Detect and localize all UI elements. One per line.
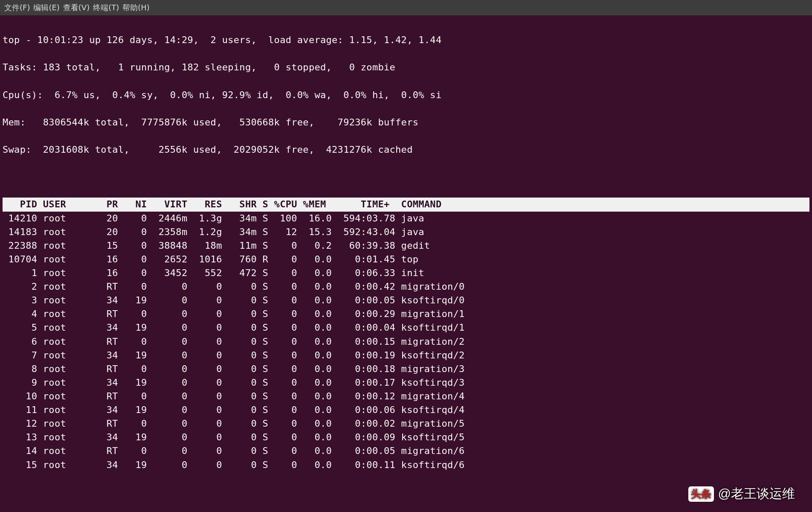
menu-help[interactable]: 帮助(H)	[122, 3, 150, 13]
process-row: 14210 root 20 0 2446m 1.3g 34m S 100 16.…	[3, 212, 809, 225]
process-row: 14183 root 20 0 2358m 1.2g 34m S 12 15.3…	[3, 225, 809, 239]
watermark-logo: 头条	[688, 486, 714, 502]
watermark-text: @老王谈运维	[718, 485, 795, 503]
process-row: 3 root 34 19 0 0 0 S 0 0.0 0:00.05 ksoft…	[3, 294, 809, 307]
process-row: 15 root 34 19 0 0 0 S 0 0.0 0:00.11 ksof…	[3, 458, 809, 472]
process-row: 9 root 34 19 0 0 0 S 0 0.0 0:00.17 ksoft…	[3, 376, 809, 390]
menu-bar: 文件(F) 编辑(E) 查看(V) 终端(T) 帮助(H)	[0, 0, 812, 15]
menu-terminal[interactable]: 终端(T)	[93, 3, 119, 13]
top-summary-swap: Swap: 2031608k total, 2556k used, 202905…	[3, 143, 809, 157]
menu-view[interactable]: 查看(V)	[63, 3, 90, 13]
process-row: 12 root RT 0 0 0 0 S 0 0.0 0:00.02 migra…	[3, 417, 809, 431]
process-row: 8 root RT 0 0 0 0 S 0 0.0 0:00.18 migrat…	[3, 362, 809, 376]
process-row: 14 root RT 0 0 0 0 S 0 0.0 0:00.05 migra…	[3, 444, 809, 458]
process-row: 1 root 16 0 3452 552 472 S 0 0.0 0:06.33…	[3, 266, 809, 280]
process-row: 2 root RT 0 0 0 0 S 0 0.0 0:00.42 migrat…	[3, 280, 809, 294]
process-row: 7 root 34 19 0 0 0 S 0 0.0 0:00.19 ksoft…	[3, 349, 809, 362]
process-header: PID USER PR NI VIRT RES SHR S %CPU %MEM …	[3, 198, 809, 211]
watermark: 头条 @老王谈运维	[688, 485, 795, 503]
top-summary-cpu: Cpu(s): 6.7% us, 0.4% sy, 0.0% ni, 92.9%…	[3, 88, 809, 102]
process-row: 6 root RT 0 0 0 0 S 0 0.0 0:00.15 migrat…	[3, 335, 809, 349]
process-row: 4 root RT 0 0 0 0 S 0 0.0 0:00.29 migrat…	[3, 307, 809, 321]
process-list: 14210 root 20 0 2446m 1.3g 34m S 100 16.…	[3, 212, 809, 472]
process-row: 13 root 34 19 0 0 0 S 0 0.0 0:00.09 ksof…	[3, 431, 809, 444]
menu-edit[interactable]: 编辑(E)	[33, 3, 59, 13]
top-summary-tasks: Tasks: 183 total, 1 running, 182 sleepin…	[3, 61, 809, 74]
top-summary-mem: Mem: 8306544k total, 7775876k used, 5306…	[3, 116, 809, 129]
process-row: 11 root 34 19 0 0 0 S 0 0.0 0:00.06 ksof…	[3, 403, 809, 417]
process-row: 22388 root 15 0 38848 18m 11m S 0 0.2 60…	[3, 239, 809, 253]
menu-file[interactable]: 文件(F)	[4, 3, 30, 13]
process-row: 10704 root 16 0 2652 1016 760 R 0 0.0 0:…	[3, 253, 809, 266]
top-summary-uptime: top - 10:01:23 up 126 days, 14:29, 2 use…	[3, 33, 809, 47]
process-row: 5 root 34 19 0 0 0 S 0 0.0 0:00.04 ksoft…	[3, 321, 809, 335]
terminal-output[interactable]: top - 10:01:23 up 126 days, 14:29, 2 use…	[0, 15, 812, 490]
blank-line	[3, 170, 809, 184]
process-row: 10 root RT 0 0 0 0 S 0 0.0 0:00.12 migra…	[3, 390, 809, 403]
